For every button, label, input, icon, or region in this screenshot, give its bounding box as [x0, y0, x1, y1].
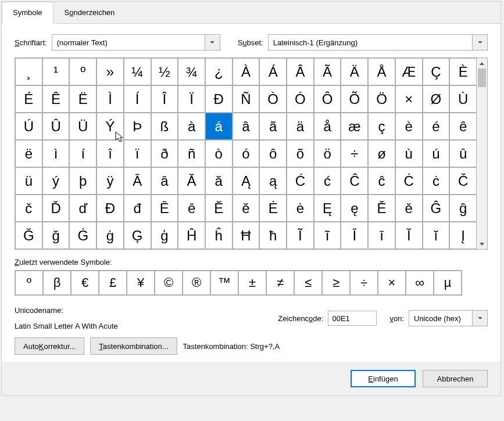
char-cell[interactable]: Ć [287, 167, 314, 195]
char-cell[interactable]: Â [287, 58, 314, 85]
scroll-track[interactable] [477, 69, 487, 239]
char-cell[interactable]: ¾ [178, 58, 205, 85]
char-cell[interactable]: á [205, 113, 233, 140]
char-cell[interactable]: ý [42, 167, 70, 195]
char-cell[interactable]: ð [151, 140, 178, 167]
char-cell[interactable]: Ó [287, 85, 314, 113]
char-cell[interactable]: ę [341, 195, 368, 222]
char-cell[interactable]: ă [205, 167, 233, 195]
char-cell[interactable]: Ï [178, 85, 205, 113]
char-cell[interactable]: ī [368, 222, 395, 249]
char-cell[interactable]: ß [151, 113, 178, 140]
char-cell[interactable]: Ā [124, 167, 151, 195]
char-cell[interactable]: ç [368, 113, 395, 140]
recent-cell[interactable]: ÷ [350, 271, 378, 295]
char-cell[interactable]: č [15, 195, 42, 222]
char-cell[interactable]: Ğ [15, 222, 42, 249]
char-cell[interactable]: Ĩ [287, 222, 314, 249]
char-cell[interactable]: â [233, 113, 260, 140]
char-cell[interactable]: ¸ [15, 58, 42, 85]
charcode-input[interactable] [328, 311, 377, 326]
char-cell[interactable]: É [15, 85, 42, 113]
char-cell[interactable]: Õ [341, 85, 368, 113]
char-cell[interactable]: ü [15, 167, 42, 195]
char-cell[interactable]: Ģ [124, 222, 151, 249]
char-cell[interactable]: × [395, 85, 423, 113]
recent-cell[interactable]: £ [99, 271, 127, 295]
recent-cell[interactable]: ≠ [266, 271, 294, 295]
recent-cell[interactable]: © [155, 271, 183, 295]
font-select[interactable]: (normaler Text) [52, 34, 220, 51]
recent-cell[interactable]: × [378, 271, 406, 295]
char-cell[interactable]: Ý [96, 113, 124, 140]
char-cell[interactable]: ć [314, 167, 341, 195]
char-cell[interactable]: Ě [368, 195, 395, 222]
autocorrect-button[interactable]: AutoKorrektur... [15, 337, 84, 355]
char-cell[interactable]: Ë [69, 85, 96, 113]
char-cell[interactable]: Þ [124, 113, 151, 140]
char-cell[interactable]: Ė [259, 195, 287, 222]
char-cell[interactable]: ä [287, 113, 314, 140]
char-cell[interactable]: ë [15, 140, 42, 167]
recent-cell[interactable]: ¥ [127, 271, 155, 295]
char-cell[interactable]: Ç [423, 58, 450, 85]
recent-cell[interactable]: ≥ [322, 271, 350, 295]
char-cell[interactable]: đ [124, 195, 151, 222]
char-cell[interactable]: ĩ [314, 222, 341, 249]
char-cell[interactable]: Ē [151, 195, 178, 222]
char-cell[interactable]: ÷ [341, 140, 368, 167]
tab-special[interactable]: Sonderzeichen [53, 2, 126, 23]
char-cell[interactable]: Ì [96, 85, 124, 113]
from-select-button[interactable] [472, 311, 487, 326]
char-cell[interactable]: Ĕ [205, 195, 233, 222]
char-cell[interactable]: Č [449, 167, 477, 195]
char-cell[interactable]: Ă [178, 167, 205, 195]
subset-select-button[interactable] [472, 35, 487, 50]
char-cell[interactable]: Û [42, 113, 70, 140]
recent-cell[interactable]: ™ [210, 271, 238, 295]
char-cell[interactable]: ā [151, 167, 178, 195]
char-cell[interactable]: Į [449, 222, 477, 249]
char-cell[interactable]: ò [205, 140, 233, 167]
char-cell[interactable]: ó [233, 140, 260, 167]
char-cell[interactable]: Ê [42, 85, 70, 113]
char-cell[interactable]: Ä [341, 58, 368, 85]
char-cell[interactable]: ¹ [42, 58, 70, 85]
char-cell[interactable]: È [449, 58, 477, 85]
recent-cell[interactable]: ± [238, 271, 266, 295]
char-cell[interactable]: » [96, 58, 124, 85]
char-cell[interactable]: ą [259, 167, 287, 195]
char-cell[interactable]: Å [368, 58, 395, 85]
char-cell[interactable]: ė [287, 195, 314, 222]
char-cell[interactable]: Ö [368, 85, 395, 113]
char-cell[interactable]: Ę [314, 195, 341, 222]
char-cell[interactable]: ã [259, 113, 287, 140]
char-cell[interactable]: ċ [423, 167, 450, 195]
char-cell[interactable]: ĭ [423, 222, 450, 249]
char-cell[interactable]: Ġ [69, 222, 96, 249]
recent-cell[interactable]: ≤ [294, 271, 322, 295]
char-cell[interactable]: ù [395, 140, 423, 167]
char-cell[interactable]: Á [259, 58, 287, 85]
recent-cell[interactable]: µ [434, 271, 462, 295]
char-cell[interactable]: Ĥ [178, 222, 205, 249]
character-grid[interactable]: ¸¹º»¼½¾¿ÀÁÂÃÄÅÆÇÈÉÊËÌÍÎÏÐÑÒÓÔÕÖ×ØÙÚÛÜÝÞß… [15, 58, 477, 249]
scroll-thumb[interactable] [478, 69, 486, 87]
char-cell[interactable]: ĝ [449, 195, 477, 222]
char-cell[interactable]: ¼ [124, 58, 151, 85]
char-cell[interactable]: Ô [314, 85, 341, 113]
char-cell[interactable]: Đ [96, 195, 124, 222]
recent-cell[interactable]: ∞ [406, 271, 434, 295]
scroll-down-button[interactable] [477, 239, 487, 249]
from-select[interactable]: Unicode (hex) [409, 310, 488, 326]
tab-symbols[interactable]: Symbole [2, 2, 53, 24]
char-cell[interactable]: ě [395, 195, 423, 222]
char-cell[interactable]: Ù [449, 85, 477, 113]
char-cell[interactable]: Ø [423, 85, 450, 113]
char-cell[interactable]: ú [423, 140, 450, 167]
char-cell[interactable]: ñ [178, 140, 205, 167]
insert-button[interactable]: Einfügen [351, 370, 416, 387]
grid-scrollbar[interactable] [477, 58, 487, 249]
shortcut-button[interactable]: Tastenkombination... [90, 337, 177, 355]
cancel-button[interactable]: Abbrechen [423, 370, 488, 387]
